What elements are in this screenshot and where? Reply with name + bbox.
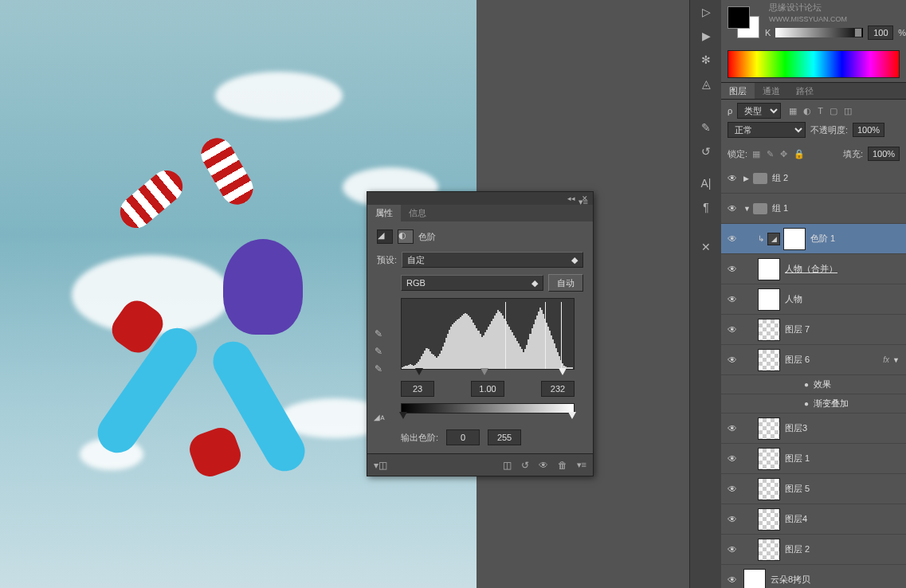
filter-shape-icon[interactable]: ▢ [830, 106, 837, 116]
layer-row[interactable]: 👁图层 6fx▼ [721, 345, 906, 375]
visibility-toggle[interactable]: 👁 [721, 324, 743, 335]
dock-icon[interactable]: ▶ [690, 24, 722, 48]
layer-row[interactable]: 👁图层4 [721, 504, 906, 535]
dock-icon[interactable]: ¶ [690, 195, 722, 219]
visibility-toggle[interactable]: 👁 [721, 453, 743, 465]
layer-thumb[interactable] [758, 258, 780, 280]
tab-channels[interactable]: 通道 [755, 83, 788, 99]
panel-titlebar[interactable]: ◂◂ ✕ [367, 192, 593, 205]
visibility-toggle[interactable]: 👁 [721, 233, 743, 245]
auto-button[interactable]: 自动 [548, 274, 583, 292]
collapse-icon[interactable]: ◂◂ [567, 194, 575, 202]
input-shadow[interactable] [401, 381, 434, 397]
blend-mode-select[interactable]: 正常 [728, 122, 806, 138]
layer-name[interactable]: 图层 5 [785, 483, 902, 495]
layer-row[interactable]: 👁图层 7 [721, 315, 906, 345]
visibility-toggle[interactable]: 👁 [721, 264, 743, 275]
layer-row[interactable]: ●效果 [721, 375, 906, 394]
visibility-toggle[interactable]: 👁 [721, 355, 743, 366]
dock-icon[interactable]: ↺ [690, 139, 722, 163]
filter-smart-icon[interactable]: ◫ [844, 106, 852, 116]
reset-icon[interactable]: ↺ [521, 460, 529, 471]
k-thumb[interactable] [854, 28, 862, 37]
layer-thumb[interactable] [758, 508, 780, 531]
layer-name[interactable]: 人物（合并） [785, 263, 902, 275]
layer-thumb[interactable] [758, 349, 780, 371]
lock-pixel-icon[interactable]: ✎ [767, 149, 774, 159]
lock-trans-icon[interactable]: ▦ [752, 149, 760, 159]
shadow-slider[interactable] [415, 368, 423, 375]
visibility-toggle[interactable]: 👁 [721, 574, 743, 586]
layer-name[interactable]: 效果 [814, 378, 902, 390]
layer-name[interactable]: 图层 1 [785, 453, 902, 465]
layer-row[interactable]: 👁云朵8拷贝 [721, 565, 906, 588]
histogram[interactable] [401, 298, 575, 370]
layer-row[interactable]: 👁图层 5 [721, 474, 906, 504]
output-high[interactable] [488, 429, 521, 445]
layer-name[interactable]: 组 2 [772, 172, 902, 184]
k-track[interactable] [775, 28, 863, 37]
output-gradient[interactable] [401, 403, 575, 414]
dock-icon[interactable]: ✎ [690, 116, 722, 139]
tab-properties[interactable]: 属性 [367, 205, 401, 221]
visibility-icon[interactable]: 👁 [539, 460, 548, 471]
layer-name[interactable]: 组 1 [772, 202, 902, 214]
layer-row[interactable]: 👁人物（合并） [721, 254, 906, 284]
output-low[interactable] [446, 429, 480, 445]
output-black-slider[interactable] [399, 412, 407, 419]
fx-arrow[interactable]: ▼ [892, 356, 902, 364]
dock-icon[interactable]: A| [690, 171, 722, 195]
mask-thumb[interactable] [783, 228, 806, 250]
visibility-toggle[interactable]: 👁 [721, 173, 743, 184]
eyedropper-black-icon[interactable]: ✎ [375, 328, 387, 341]
channel-select[interactable]: RGB◆ [401, 275, 543, 291]
filter-pixel-icon[interactable]: ▦ [789, 106, 797, 116]
layer-name[interactable]: 云朵8拷贝 [771, 574, 902, 586]
layer-thumb[interactable] [758, 288, 780, 311]
layer-thumb[interactable] [758, 417, 780, 440]
fill-input[interactable] [868, 147, 900, 161]
clip-to-layer-icon[interactable]: ▾◫ [374, 460, 387, 471]
visibility-toggle[interactable]: 👁 [721, 203, 743, 214]
layer-row[interactable]: ●渐变叠加 [721, 394, 906, 414]
layer-name[interactable]: 渐变叠加 [814, 398, 902, 410]
panel-menu-icon[interactable]: ▾≡ [579, 197, 588, 207]
disclosure-arrow[interactable]: ▼ [743, 205, 753, 213]
clip-preview-icon[interactable]: ◢ᴀ [374, 413, 388, 421]
delete-icon[interactable]: 🗑 [558, 460, 567, 471]
layer-thumb[interactable] [758, 539, 780, 561]
layer-thumb[interactable] [758, 319, 780, 341]
layer-thumb[interactable] [743, 569, 766, 589]
lock-position-icon[interactable]: ✥ [780, 149, 787, 159]
filter-adjust-icon[interactable]: ◐ [803, 106, 811, 116]
filter-type-icon[interactable]: T [818, 106, 823, 116]
preset-select[interactable]: 自定◆ [402, 252, 583, 268]
dock-icon[interactable]: ▷ [690, 0, 722, 24]
layer-name[interactable]: 图层4 [785, 513, 902, 525]
visibility-toggle[interactable]: 👁 [721, 544, 743, 555]
visibility-toggle[interactable]: 👁 [721, 484, 743, 495]
layer-row[interactable]: 👁↳◢色阶 1 [721, 224, 906, 254]
layer-row[interactable]: 👁图层3 [721, 414, 906, 444]
layer-name[interactable]: 图层3 [785, 422, 902, 434]
visibility-toggle[interactable]: 👁 [721, 294, 743, 305]
layer-row[interactable]: 👁人物 [721, 284, 906, 315]
input-highlight[interactable] [541, 381, 575, 397]
layer-name[interactable]: 图层 6 [785, 354, 883, 366]
footer-menu-icon[interactable]: ▾≡ [577, 460, 586, 470]
layer-name[interactable]: 人物 [785, 293, 902, 305]
layer-name[interactable]: 图层 2 [785, 543, 902, 555]
input-midtone[interactable] [471, 381, 504, 397]
midtone-slider[interactable] [480, 368, 488, 375]
mask-icon[interactable]: ◐ [398, 229, 414, 244]
foreground-swatch[interactable] [728, 6, 750, 29]
filter-type-select[interactable]: 类型 [737, 103, 781, 119]
layer-row[interactable]: 👁图层 2 [721, 535, 906, 565]
dock-icon[interactable]: ◬ [690, 72, 722, 96]
layer-name[interactable]: 图层 7 [785, 323, 902, 335]
view-previous-icon[interactable]: ◫ [503, 460, 512, 471]
layer-row[interactable]: 👁▼组 1 [721, 194, 906, 224]
layer-row[interactable]: 👁图层 1 [721, 444, 906, 474]
eyedropper-gray-icon[interactable]: ✎ [375, 346, 387, 359]
visibility-toggle[interactable]: 👁 [721, 423, 743, 434]
